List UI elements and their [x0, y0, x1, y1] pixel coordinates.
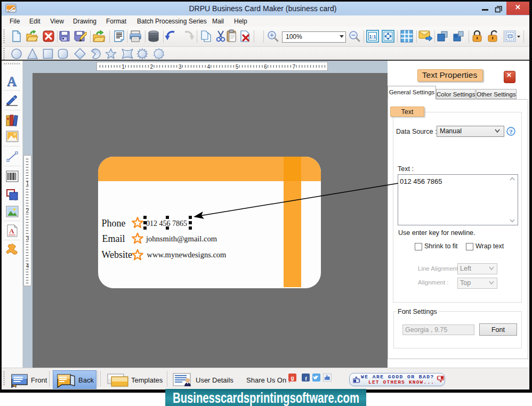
svg-text:4: 4 [207, 64, 210, 70]
svg-text:A: A [9, 227, 14, 235]
svg-text:5: 5 [236, 64, 239, 70]
svg-text:1:1: 1:1 [369, 34, 376, 39]
svg-text:3: 3 [179, 64, 182, 70]
svg-text:f: f [305, 375, 307, 381]
svg-text:?: ? [510, 128, 513, 135]
svg-text:g: g [291, 375, 294, 381]
svg-text:4: 4 [26, 263, 29, 269]
svg-text:6: 6 [264, 64, 267, 70]
svg-text:2: 2 [26, 208, 29, 214]
svg-text:2: 2 [150, 64, 154, 70]
svg-text:3: 3 [26, 236, 29, 241]
svg-text:1: 1 [26, 181, 29, 186]
svg-text:7: 7 [293, 64, 296, 70]
svg-text:1: 1 [122, 64, 125, 70]
